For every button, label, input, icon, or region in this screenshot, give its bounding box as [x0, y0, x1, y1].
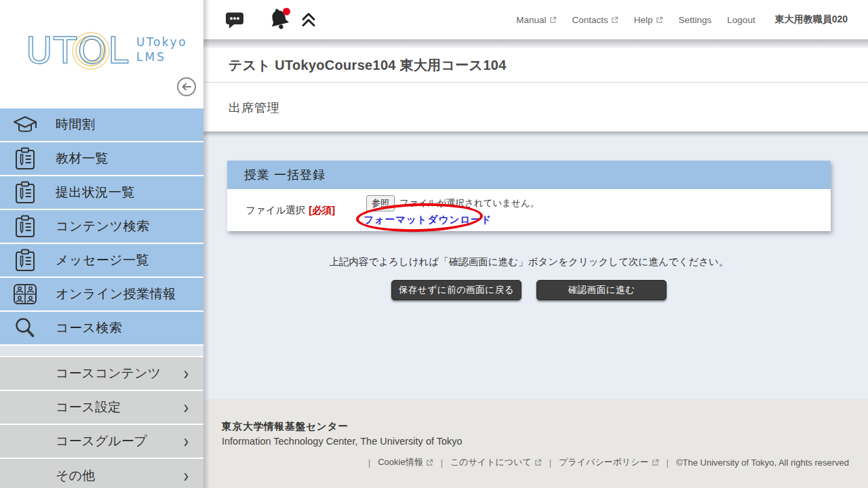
page-title: 出席管理	[229, 100, 280, 116]
footer-link-label: プライバシーポリシー	[559, 456, 648, 468]
footer-org-name-en: Information Technology Center, The Unive…	[222, 436, 462, 447]
nav-link-logout[interactable]: Logout	[727, 15, 755, 25]
chevron-right-icon: ›	[184, 398, 189, 417]
sidebar-collapse-button[interactable]	[177, 77, 196, 96]
sidebar-item-others[interactable]: その他 ›	[0, 459, 203, 488]
external-link-icon	[656, 16, 663, 24]
proceed-to-confirm-button[interactable]: 確認画面に進む	[536, 280, 667, 300]
footer-separator: |	[441, 458, 443, 468]
sidebar-menu: 時間割 教材一覧	[0, 108, 203, 488]
sidebar-subitem-label: コースコンテンツ	[56, 365, 161, 382]
external-link-icon	[426, 459, 433, 466]
footer-link-label: Cookie情報	[378, 456, 422, 468]
sidebar-item-submissions[interactable]: 提出状況一覧	[0, 176, 203, 209]
nav-link-label: Settings	[679, 15, 712, 25]
logo-sub-text-1: UTokyo	[136, 35, 187, 49]
utol-logo: UTOL UTokyo LMS	[26, 28, 195, 76]
course-title-block: テスト UTokyoCourse104 東大用コース104	[203, 48, 868, 83]
instruction-text: 上記内容でよろしければ「確認画面に進む」ボタンをクリックして次に進んでください。	[227, 256, 831, 268]
footer-org-name-jp: 東京大学情報基盤センター	[222, 420, 349, 433]
nav-link-manual[interactable]: Manual	[516, 15, 556, 25]
file-select-label-group: ファイル選択 [必須]	[245, 189, 335, 231]
external-link-icon	[611, 16, 618, 24]
nav-link-label: Manual	[516, 15, 546, 25]
footer-links-row: | Cookie情報 | このサイトについて | プライバシーポリシー	[368, 456, 849, 468]
sidebar-item-label: メッセージ一覧	[56, 251, 149, 269]
messages-bubble-icon[interactable]	[224, 11, 245, 29]
footer-link-label: このサイトについて	[450, 456, 532, 468]
clipboard-icon	[12, 147, 39, 170]
search-icon	[12, 317, 39, 340]
external-link-icon	[534, 459, 542, 466]
sidebar-item-course-group[interactable]: コースグループ ›	[0, 425, 203, 458]
main-content: 授業 一括登録 ファイル選択 [必須] 参照 ファイルが選択されていません。 フ…	[203, 131, 868, 399]
copyright-text: ©The University of Tokyo, All rights res…	[676, 458, 849, 468]
footer-separator: |	[549, 458, 551, 468]
sidebar-item-materials[interactable]: 教材一覧	[0, 142, 203, 175]
clipboard-icon	[12, 181, 39, 204]
sidebar-item-course-settings[interactable]: コース設定 ›	[0, 391, 203, 424]
logo-main-text: UTOL	[26, 29, 130, 72]
logged-in-username: 東大用教職員020	[775, 14, 848, 26]
notifications-bell-icon[interactable]	[267, 7, 293, 31]
required-badge: [必須]	[309, 204, 335, 217]
panel-title: 授業 一括登録	[244, 167, 326, 183]
nav-link-contacts[interactable]: Contacts	[572, 15, 618, 25]
sidebar-subitem-label: その他	[56, 467, 95, 485]
panel-header: 授業 一括登録	[227, 161, 831, 189]
sidebar-subitem-label: コース設定	[56, 399, 121, 416]
sidebar-divider-strip	[0, 346, 203, 356]
sidebar-item-course-contents[interactable]: コースコンテンツ ›	[0, 357, 203, 390]
sidebar-subitem-label: コースグループ	[56, 432, 147, 450]
footer-separator: |	[368, 458, 370, 468]
chevron-right-icon: ›	[184, 432, 189, 451]
notification-badge-dot	[283, 8, 290, 16]
collapse-header-icon[interactable]	[300, 12, 317, 28]
footer-link-privacy-policy[interactable]: プライバシーポリシー	[559, 456, 658, 468]
nav-link-help[interactable]: Help	[634, 15, 663, 25]
browse-file-button[interactable]: 参照	[366, 195, 395, 211]
back-without-save-button[interactable]: 保存せずに前の画面に戻る	[391, 280, 521, 300]
sidebar-item-label: コース検索	[56, 319, 122, 337]
action-button-row: 保存せずに前の画面に戻る 確認画面に進む	[227, 280, 831, 300]
bulk-register-panel: 授業 一括登録 ファイル選択 [必須] 参照 ファイルが選択されていません。 フ…	[227, 161, 831, 231]
clipboard-icon	[12, 249, 39, 272]
page-footer: 東京大学情報基盤センター Information Technology Cent…	[203, 399, 868, 488]
sidebar-item-label: コンテンツ検索	[56, 218, 150, 235]
sidebar: UTOL UTokyo LMS 時間割	[0, 0, 203, 488]
file-select-label: ファイル選択	[245, 204, 305, 217]
sidebar-item-course-search[interactable]: コース検索	[0, 312, 203, 344]
file-input-control: 参照 ファイルが選択されていません。 フォーマットダウンロード	[366, 195, 539, 226]
sidebar-item-label: 提出状況一覧	[56, 184, 135, 201]
chevron-right-icon: ›	[184, 364, 189, 383]
logo-area: UTOL UTokyo LMS	[0, 0, 203, 108]
chevron-right-icon: ›	[184, 466, 189, 485]
nav-link-label: Logout	[727, 15, 755, 25]
external-link-icon	[652, 459, 659, 466]
sidebar-item-timetable[interactable]: 時間割	[0, 108, 203, 141]
nav-link-label: Contacts	[572, 15, 608, 25]
graduation-cap-icon	[12, 115, 39, 135]
sidebar-item-content-search[interactable]: コンテンツ検索	[0, 210, 203, 243]
sidebar-item-online-class[interactable]: オンライン授業情報	[0, 278, 203, 310]
top-bar: Manual Contacts Help Settings	[203, 0, 868, 39]
external-link-icon	[549, 16, 557, 24]
utol-lms-page: UTOL UTokyo LMS 時間割	[0, 0, 868, 488]
sidebar-item-label: オンライン授業情報	[56, 285, 176, 303]
panel-body: ファイル選択 [必須] 参照 ファイルが選択されていません。 フォーマットダウン…	[227, 189, 831, 231]
page-title-block: 出席管理	[203, 83, 868, 131]
arrow-left-icon	[181, 82, 192, 92]
footer-link-about-site[interactable]: このサイトについて	[450, 456, 542, 468]
sidebar-item-messages[interactable]: メッセージ一覧	[0, 244, 203, 277]
sidebar-item-label: 教材一覧	[56, 150, 108, 167]
nav-link-label: Help	[634, 15, 653, 25]
logo-sub-text-2: LMS	[136, 50, 166, 64]
format-download-link[interactable]: フォーマットダウンロード	[363, 214, 492, 226]
nav-link-settings[interactable]: Settings	[679, 15, 712, 25]
no-file-selected-text: ファイルが選択されていません。	[399, 197, 539, 209]
clipboard-icon	[12, 215, 39, 238]
online-class-grid-icon	[12, 283, 39, 305]
course-title: テスト UTokyoCourse104 東大用コース104	[229, 56, 507, 75]
top-navigation: Manual Contacts Help Settings	[516, 0, 848, 39]
footer-link-cookie[interactable]: Cookie情報	[378, 456, 433, 468]
